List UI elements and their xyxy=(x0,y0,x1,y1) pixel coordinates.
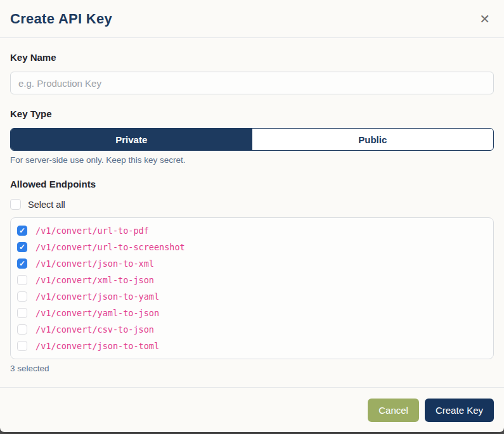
endpoint-checkbox[interactable] xyxy=(17,308,27,318)
key-name-label: Key Name xyxy=(10,52,494,63)
key-type-toggle: Private Public xyxy=(10,128,494,151)
key-type-option-public[interactable]: Public xyxy=(252,129,494,150)
endpoint-path: /v1/convert/json-to-xml xyxy=(36,258,154,269)
key-name-input[interactable] xyxy=(10,72,494,94)
endpoint-row[interactable]: /v1/convert/xml-to-json xyxy=(17,272,487,288)
endpoint-path: /v1/convert/csv-to-json xyxy=(36,324,154,335)
endpoint-path: /v1/convert/json-to-toml xyxy=(36,341,159,351)
dialog-header: Create API Key ✕ xyxy=(0,0,504,38)
endpoint-checkbox[interactable] xyxy=(17,324,27,335)
key-type-label: Key Type xyxy=(10,108,494,119)
allowed-endpoints-label: Allowed Endpoints xyxy=(10,179,494,189)
close-icon[interactable]: ✕ xyxy=(475,10,494,28)
selected-count: 3 selected xyxy=(10,364,494,373)
endpoint-row[interactable]: /v1/convert/csv-to-json xyxy=(17,321,487,338)
endpoint-row[interactable]: /v1/convert/json-to-toml xyxy=(17,338,487,354)
dialog-body: Key Name Key Type Private Public For ser… xyxy=(0,38,504,373)
select-all-row[interactable]: Select all xyxy=(10,199,494,210)
key-type-option-private[interactable]: Private xyxy=(11,129,252,150)
dialog-title: Create API Key xyxy=(10,11,112,27)
endpoint-checkbox[interactable] xyxy=(17,291,27,302)
endpoint-checkbox[interactable] xyxy=(17,226,27,236)
endpoint-row[interactable]: /v1/convert/url-to-screenshot xyxy=(17,239,487,255)
endpoint-checkbox[interactable] xyxy=(17,242,27,252)
create-key-button[interactable]: Create Key xyxy=(425,399,494,422)
endpoint-path: /v1/convert/yaml-to-json xyxy=(36,308,159,318)
endpoint-row[interactable]: /v1/convert/json-to-yaml xyxy=(17,288,487,305)
endpoint-row[interactable]: /v1/convert/url-to-pdf xyxy=(17,222,487,239)
create-api-key-dialog: Create API Key ✕ Key Name Key Type Priva… xyxy=(0,0,504,432)
endpoint-row[interactable]: /v1/convert/json-to-xml xyxy=(17,255,487,272)
endpoint-row[interactable]: /v1/convert/yaml-to-json xyxy=(17,305,487,321)
endpoint-checkbox[interactable] xyxy=(17,275,27,285)
endpoint-path: /v1/convert/url-to-pdf xyxy=(36,226,149,236)
key-type-helper-text: For server-side use only. Keep this key … xyxy=(10,155,494,165)
endpoint-list: /v1/convert/url-to-pdf/v1/convert/url-to… xyxy=(10,217,494,359)
endpoint-path: /v1/convert/xml-to-json xyxy=(36,275,154,285)
endpoint-checkbox[interactable] xyxy=(17,341,27,351)
dialog-footer: Cancel Create Key xyxy=(0,387,504,432)
endpoint-path: /v1/convert/url-to-screenshot xyxy=(36,242,185,252)
select-all-checkbox[interactable] xyxy=(10,199,21,210)
select-all-label: Select all xyxy=(28,200,65,210)
endpoint-path: /v1/convert/json-to-yaml xyxy=(36,291,159,302)
cancel-button[interactable]: Cancel xyxy=(368,399,419,422)
endpoint-checkbox[interactable] xyxy=(17,258,27,269)
